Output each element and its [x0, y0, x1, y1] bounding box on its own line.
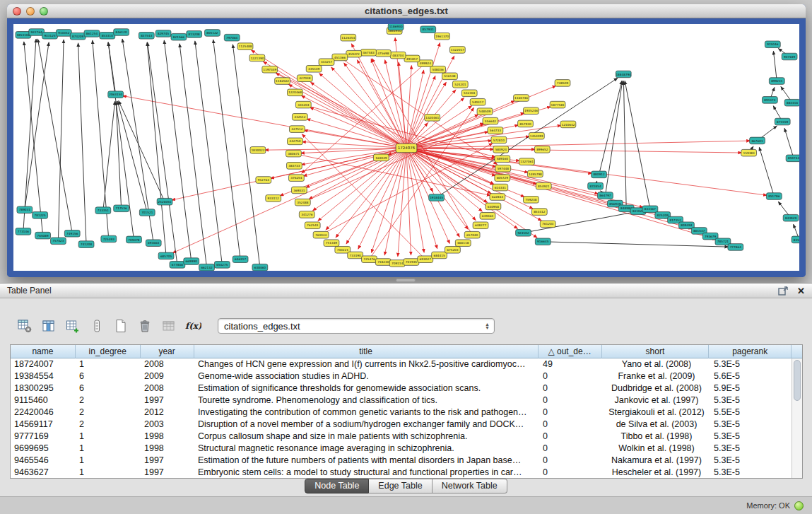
graph-edge[interactable]	[310, 82, 406, 148]
graph-edge[interactable]	[371, 59, 406, 148]
graph-node[interactable]: 837543	[139, 33, 154, 40]
graph-edge[interactable]	[406, 148, 411, 255]
graph-node[interactable]: 907189	[782, 53, 797, 60]
graph-node[interactable]: 912764	[256, 177, 271, 184]
graph-edge[interactable]	[108, 42, 116, 95]
graph-node[interactable]: 1495798	[527, 170, 543, 177]
graph-node[interactable]: 1210642	[560, 121, 576, 128]
graph-node[interactable]: 1877581	[550, 101, 565, 108]
graph-node[interactable]: 851786	[766, 193, 782, 200]
graph-edge[interactable]	[117, 101, 147, 213]
graph-node[interactable]: 524201	[452, 81, 468, 88]
graph-node[interactable]: 380671	[286, 150, 302, 157]
table-options-icon[interactable]	[16, 317, 34, 334]
graph-edge[interactable]	[625, 81, 650, 209]
graph-edge[interactable]	[119, 100, 165, 201]
graph-node[interactable]: 853412	[531, 209, 547, 216]
row-mode-icon[interactable]	[88, 317, 106, 334]
graph-node[interactable]: 163049	[373, 154, 389, 161]
graph-node[interactable]: 1126354	[341, 34, 356, 41]
graph-node[interactable]: 933112	[266, 195, 281, 202]
minimize-window-button[interactable]	[26, 7, 35, 16]
column-chooser-icon[interactable]	[40, 317, 58, 334]
graph-node[interactable]: 709478	[126, 236, 142, 243]
graph-node[interactable]: 1221390	[249, 54, 265, 62]
graph-node[interactable]: 369331	[291, 187, 307, 194]
graph-node[interactable]: 872854	[588, 182, 604, 189]
graph-node[interactable]: 725476	[362, 256, 377, 263]
graph-node[interactable]: 443204	[295, 101, 311, 108]
table-row[interactable]: 1830029562008Estimation of significance …	[11, 382, 802, 395]
graph-node[interactable]: 508036	[430, 66, 446, 73]
float-panel-icon[interactable]	[778, 286, 789, 296]
graph-edge[interactable]	[37, 39, 72, 233]
graph-node[interactable]: 1454091	[529, 132, 544, 139]
graph-node[interactable]: 867601	[750, 137, 765, 144]
graph-node[interactable]: 427048	[297, 75, 312, 82]
delete-column-icon[interactable]	[136, 317, 154, 334]
column-header-short[interactable]: short	[602, 345, 710, 358]
table-row[interactable]: 1872400712008Changes of HCN gene express…	[11, 358, 802, 370]
graph-node[interactable]: 685705	[158, 252, 174, 259]
graph-node[interactable]: 2526051	[157, 198, 172, 205]
graph-node[interactable]: 725493	[101, 235, 117, 243]
graph-node[interactable]: 435149	[306, 65, 322, 72]
table-edit-icon[interactable]	[64, 317, 82, 334]
graph-edge[interactable]	[195, 41, 222, 264]
graph-edge[interactable]	[319, 74, 406, 148]
graph-edge[interactable]	[784, 128, 794, 158]
graph-node[interactable]: 677848	[170, 262, 185, 269]
close-window-button[interactable]	[13, 7, 21, 16]
graph-node[interactable]: 1322017	[449, 47, 465, 54]
graph-node[interactable]: 491817	[404, 55, 420, 62]
graph-node[interactable]: 451366	[332, 54, 348, 61]
graph-node[interactable]: 1724076	[396, 144, 417, 152]
graph-node[interactable]: 580924	[493, 146, 509, 153]
table-row[interactable]: 1938455462009Genome-wide association stu…	[11, 370, 802, 382]
graph-node[interactable]: 773146	[16, 228, 31, 235]
graph-node[interactable]: 751349	[324, 240, 339, 247]
graph-node[interactable]: 614331	[493, 184, 508, 191]
graph-node[interactable]: 861254	[84, 30, 100, 37]
graph-node[interactable]: 835971	[792, 236, 799, 243]
column-header-out_de[interactable]: △ out_de…	[539, 345, 602, 358]
graph-node[interactable]: 638460	[252, 264, 268, 271]
graph-node[interactable]: 709114	[389, 260, 405, 267]
graph-node[interactable]: 916645	[535, 238, 551, 245]
graph-node[interactable]: 18848794	[616, 71, 631, 78]
graph-node[interactable]: 718230	[375, 259, 391, 266]
graph-node[interactable]: 666118	[455, 240, 471, 247]
graph-node[interactable]: 857930	[518, 120, 534, 127]
graph-node[interactable]: 540417	[470, 98, 486, 105]
graph-node[interactable]: 654275	[214, 262, 230, 269]
graph-node[interactable]: 548509	[477, 108, 493, 115]
graph-node[interactable]: 854921	[536, 182, 551, 189]
column-header-year[interactable]: year	[141, 345, 194, 358]
graph-node[interactable]: 1918445	[429, 194, 445, 201]
graph-node[interactable]: 924502	[516, 230, 531, 237]
graph-node[interactable]: 443257	[319, 59, 334, 66]
graph-node[interactable]: 763044	[313, 231, 329, 238]
graph-node[interactable]: 556642	[483, 117, 498, 124]
import-table-icon[interactable]	[160, 317, 178, 334]
graph-node[interactable]: 821566	[171, 33, 187, 40]
graph-node[interactable]: 762543	[305, 222, 320, 229]
graph-edge[interactable]	[385, 60, 406, 148]
new-column-icon[interactable]	[112, 317, 130, 334]
table-row[interactable]: 1456911722003Disruption of a novel membe…	[11, 419, 802, 431]
graph-node[interactable]: 532304	[461, 90, 477, 97]
graph-node[interactable]: 693027	[418, 256, 433, 263]
table-row[interactable]: 946554611997Estimation of the future num…	[11, 455, 802, 467]
graph-node[interactable]: 1125488	[237, 43, 253, 50]
table-row[interactable]: 977716911998Corpus callosum shape and si…	[11, 431, 802, 443]
graph-node[interactable]: 1320461	[425, 115, 440, 122]
graph-node[interactable]: 1327061	[519, 158, 535, 165]
table-row[interactable]: 969969511998Structural magnetic resonanc…	[11, 443, 802, 455]
graph-node[interactable]: 761203	[540, 221, 555, 228]
graph-edge[interactable]	[147, 42, 166, 256]
graph-node[interactable]: 675203	[445, 246, 461, 253]
table-row[interactable]: 2242004622012Investigating the contribut…	[11, 407, 802, 419]
table-row[interactable]: 946362711997Embryonic stem cells: a mode…	[11, 467, 802, 479]
graph-node[interactable]: 797064	[224, 34, 240, 41]
graph-node[interactable]: 684415	[432, 252, 447, 259]
